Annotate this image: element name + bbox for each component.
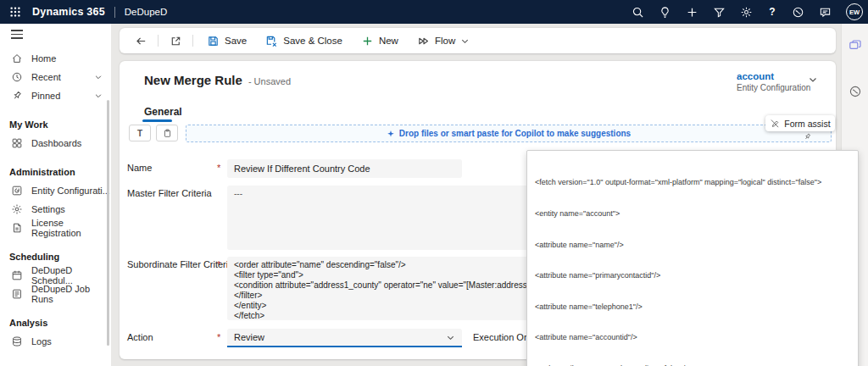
chevron-down-icon[interactable] [94,92,103,100]
entity-name-link[interactable]: account [737,71,810,81]
sidebar-item-recent[interactable]: Recent [0,68,111,86]
sidebar-item-label: Home [31,53,56,64]
lightbulb-icon[interactable] [659,6,671,19]
sidebar-section-analysis: Analysis [0,313,111,332]
text-tool-button[interactable]: T [129,125,151,141]
chevron-down-icon[interactable] [808,75,818,85]
sidebar-item-label: Entity Configurati... [31,186,110,196]
app-name[interactable]: DeDupeD [125,7,168,17]
fetchxml-tooltip: <fetch version="1.0" output-format="xml-… [526,150,859,366]
entity-type-label: Entity Configuration [737,83,810,92]
sidebar-scrollbar[interactable] [107,100,109,346]
clipboard-icon [163,129,172,138]
help-icon[interactable]: ? [767,6,777,18]
flow-icon [417,35,430,47]
job-runs-icon [11,288,23,300]
copilot-hint-text: Drop files or smart paste for Copilot to… [399,129,631,138]
chevron-down-icon [446,333,455,342]
schedule-icon [11,269,23,281]
master-filter-value: --- [234,189,242,198]
feedback-icon[interactable] [819,6,832,19]
sidebar-item-home[interactable]: Home [0,49,111,68]
sidebar-item-label: Recent [31,72,61,82]
action-field-label: Action [127,332,153,342]
popout-icon [170,35,182,47]
tooltip-line: <attribute name="telephone1"/> [535,302,850,312]
sidebar-item-dashboards[interactable]: Dashboards [0,134,111,152]
avatar-initials: EW [849,8,860,16]
sidebar-item-label: DeDupeD Schedul... [31,265,111,286]
name-field-label: Name [127,163,152,173]
tooltip-line: <entity name="account"> [535,208,850,219]
action-selected-value: Review [234,332,264,342]
save-label: Save [225,36,247,46]
sidebar-item-logs[interactable]: Logs [0,332,111,351]
search-icon[interactable] [632,6,644,19]
save-and-close-label: Save & Close [283,36,342,46]
required-marker: * [217,259,225,269]
save-icon [207,35,220,47]
new-plus-icon [361,35,374,47]
insights-icon[interactable] [792,6,804,19]
form-header: New Merge Rule - Unsaved [144,73,291,87]
gear-icon[interactable] [740,6,753,19]
name-input-value: Review If Different Country Code [234,164,370,174]
gear-icon [11,203,23,215]
sidebar-item-deduped-scheduler[interactable]: DeDupeD Schedul... [0,266,111,285]
copilot-chat-icon[interactable] [849,39,862,53]
pen-slash-icon [770,119,780,129]
insights-circle-icon[interactable] [849,85,862,98]
entity-config-icon [11,185,23,197]
sidebar-list: Home Recent Pinned My Work Dashboards Ad… [0,49,111,351]
action-dropdown[interactable]: Review [227,329,462,347]
tooltip-line: <attribute name="name"/> [535,240,850,250]
save-close-icon [265,35,278,47]
command-bar-divider [192,35,193,47]
copilot-drop-zone[interactable]: Drop files or smart paste for Copilot to… [186,125,832,142]
tab-general[interactable]: General [144,106,182,118]
entity-selector[interactable]: account Entity Configuration [737,71,810,92]
sidebar-item-license-registration[interactable]: License Registration [0,219,111,237]
sidebar-item-label: License Registration [31,218,111,238]
save-button[interactable]: Save [199,30,254,51]
sidebar-item-settings[interactable]: Settings [0,200,111,219]
sidebar-item-entity-configuration[interactable]: Entity Configurati... [0,181,111,200]
top-navbar: Dynamics 365 DeDupeD ? [0,0,868,24]
tooltip-line: <attribute name="accountid"/> [535,332,850,342]
form-assist-button[interactable]: Form assist [765,115,835,131]
product-name[interactable]: Dynamics 365 [32,6,105,18]
master-filter-label: Master Filter Criteria [127,188,212,198]
home-icon [11,53,23,64]
save-status: - Unsaved [248,76,291,86]
back-button[interactable] [130,30,152,51]
plus-icon[interactable] [686,6,698,19]
sidebar-item-deduped-job-runs[interactable]: DeDupeD Job Runs [0,285,111,303]
open-in-new-window-button[interactable] [164,30,186,51]
new-button[interactable]: New [353,30,406,51]
hamburger-menu-icon[interactable] [0,24,25,46]
tooltip-line: <fetch version="1.0" output-format="xml-… [535,177,850,187]
sidebar-nav: Home Recent Pinned My Work Dashboards Ad… [0,24,111,366]
name-input[interactable]: Review If Different Country Code [227,159,462,178]
sidebar-item-pinned[interactable]: Pinned [0,86,111,105]
sidebar-section-scheduling: Scheduling [0,247,111,266]
sidebar-item-label: Dashboards [31,138,81,148]
filter-icon[interactable] [713,6,726,19]
app-window: Dynamics 365 DeDupeD ? [0,0,868,366]
subordinate-filter-value: <order attribute="name" descending="fals… [234,260,574,320]
sidebar-item-label: DeDupeD Job Runs [31,284,111,304]
flow-button[interactable]: Flow [409,30,477,51]
chevron-down-icon [460,36,470,46]
sidebar-item-label: Logs [31,336,52,347]
pin-icon[interactable] [803,132,812,141]
dashboard-icon [11,137,23,149]
user-avatar[interactable]: EW [846,3,863,20]
chevron-down-icon[interactable] [94,73,103,81]
back-arrow-icon [135,35,147,47]
command-bar: Save Save & Close New Flow [120,28,836,53]
app-launcher-waffle-icon[interactable] [3,0,27,24]
pin-icon [11,90,23,102]
sidebar-item-label: Settings [31,204,65,214]
smart-paste-button[interactable] [156,125,178,141]
save-and-close-button[interactable]: Save & Close [258,30,350,51]
